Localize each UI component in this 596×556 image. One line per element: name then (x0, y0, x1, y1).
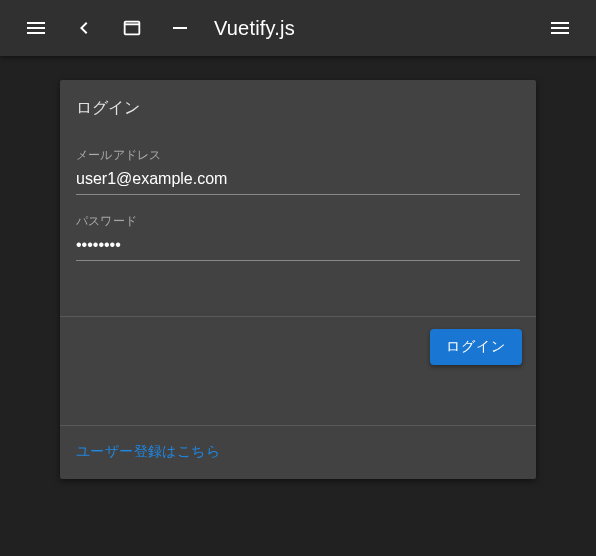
password-field[interactable] (76, 232, 520, 261)
back-icon[interactable] (60, 4, 108, 52)
login-card: ログイン メールアドレス パスワード ログイン ユーザー登録はこちら (60, 80, 536, 479)
card-actions: ログイン (60, 316, 536, 425)
window-icon[interactable] (108, 4, 156, 52)
login-button[interactable]: ログイン (430, 329, 522, 365)
password-field-wrapper: パスワード (76, 213, 520, 261)
card-footer: ユーザー登録はこちら (60, 425, 536, 479)
app-title: Vuetify.js (214, 17, 295, 40)
card-title: ログイン (60, 80, 536, 125)
email-field[interactable] (76, 166, 520, 195)
password-label: パスワード (76, 213, 520, 230)
main-content: ログイン メールアドレス パスワード ログイン ユーザー登録はこちら (0, 56, 596, 479)
menu-right-icon[interactable] (536, 4, 584, 52)
app-bar: Vuetify.js (0, 0, 596, 56)
email-field-wrapper: メールアドレス (76, 147, 520, 195)
card-body: メールアドレス パスワード (60, 125, 536, 316)
minus-icon[interactable] (156, 4, 204, 52)
register-link[interactable]: ユーザー登録はこちら (76, 443, 220, 459)
email-label: メールアドレス (76, 147, 520, 164)
menu-icon[interactable] (12, 4, 60, 52)
